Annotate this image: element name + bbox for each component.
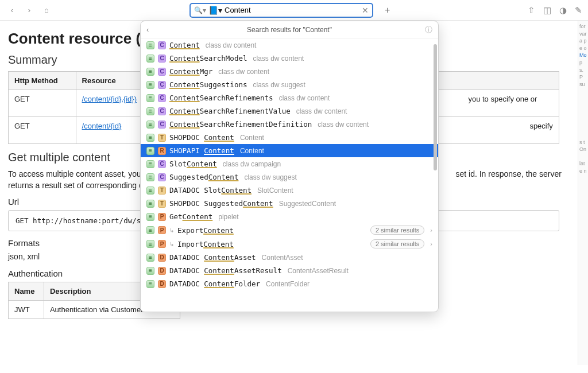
result-name: SHOPDOC SuggestedContent bbox=[169, 199, 273, 208]
new-tab-button[interactable]: + bbox=[385, 5, 390, 15]
result-name: GetContent bbox=[169, 212, 212, 221]
result-row[interactable]: ≡CContentSearchModelclass dw content bbox=[141, 52, 438, 65]
popup-info-icon[interactable]: ⓘ bbox=[425, 25, 432, 35]
search-wrap: 🔍▾ 📘▾ ✕ bbox=[189, 3, 373, 18]
resource-link[interactable]: /content/{id} bbox=[82, 122, 122, 130]
result-row[interactable]: ≡RSHOPAPI ContentContent bbox=[141, 144, 438, 157]
auth-th-name: Name bbox=[9, 282, 44, 300]
book-icon: ≡ bbox=[146, 267, 154, 275]
similar-badge[interactable]: 2 similar results bbox=[370, 239, 424, 248]
result-row[interactable]: ≡CContentSearchRefinementDefinitionclass… bbox=[141, 118, 438, 131]
result-hint: class dw content bbox=[206, 41, 432, 49]
t-icon: T bbox=[158, 187, 166, 195]
book-icon: ≡ bbox=[146, 173, 154, 181]
book-icon: ≡ bbox=[146, 94, 154, 102]
result-name: DATADOC ContentFolder bbox=[169, 279, 260, 288]
result-row[interactable]: ≡DDATADOC ContentAssetContentAsset bbox=[141, 251, 438, 264]
result-hint: ContentFolder bbox=[266, 280, 432, 288]
back-button[interactable]: ‹ bbox=[6, 4, 18, 17]
result-row[interactable]: ≡CContentSearchRefinementValueclass dw c… bbox=[141, 104, 438, 118]
d-icon: D bbox=[158, 280, 166, 288]
result-hint: SuggestedContent bbox=[279, 200, 432, 208]
result-name: ContentSearchRefinementValue bbox=[169, 107, 291, 115]
result-row[interactable]: ≡CContentSuggestionsclass dw suggest bbox=[141, 78, 438, 91]
c-icon: C bbox=[158, 94, 166, 102]
contrast-icon[interactable]: ◑ bbox=[559, 5, 567, 15]
result-row[interactable]: ≡TSHOPDOC SuggestedContentSuggestedConte… bbox=[141, 197, 438, 210]
sidebar-toggle-icon[interactable]: ◫ bbox=[543, 5, 551, 15]
result-hint: class dw content bbox=[218, 68, 432, 76]
book-icon: ≡ bbox=[146, 68, 154, 76]
result-row[interactable]: ≡CContentSearchRefinementsclass dw conte… bbox=[141, 91, 438, 104]
compose-icon[interactable]: ✎ bbox=[575, 5, 582, 15]
book-icon: ≡ bbox=[146, 213, 154, 221]
chevron-right-icon: › bbox=[430, 240, 432, 247]
result-name: DATADOC ContentAssetResult bbox=[169, 266, 282, 275]
result-hint: ContentAssetResult bbox=[288, 267, 432, 275]
result-name: SlotContent bbox=[169, 160, 217, 168]
result-row[interactable]: ≡P↳ImportContent2 similar results› bbox=[141, 237, 438, 251]
result-row[interactable]: ≡DDATADOC ContentAssetResultContentAsset… bbox=[141, 264, 438, 277]
results-list[interactable]: ≡CContentclass dw content≡CContentSearch… bbox=[141, 38, 438, 312]
result-row[interactable]: ≡TSHOPDOC ContentContent bbox=[141, 131, 438, 144]
book-icon: ≡ bbox=[146, 41, 154, 49]
result-name: ContentMgr bbox=[169, 67, 212, 76]
result-name: SHOPDOC Content bbox=[169, 133, 234, 142]
p-icon: P bbox=[158, 226, 166, 234]
p-icon: P bbox=[158, 213, 166, 221]
book-icon: ≡ bbox=[146, 187, 154, 195]
result-hint: SlotContent bbox=[257, 187, 432, 195]
t-icon: T bbox=[158, 200, 166, 208]
result-row[interactable]: ≡CContentclass dw content bbox=[141, 38, 438, 52]
result-hint: class dw campaign bbox=[223, 160, 432, 168]
right-tools: ⇧ ◫ ◑ ✎ bbox=[528, 5, 582, 15]
c-icon: C bbox=[158, 81, 166, 89]
search-input[interactable] bbox=[225, 6, 359, 14]
book-icon: ≡ bbox=[146, 160, 154, 168]
c-icon: C bbox=[158, 107, 166, 115]
result-name: ContentSearchModel bbox=[169, 54, 247, 63]
popup-back-icon[interactable]: ‹ bbox=[146, 25, 149, 34]
result-hint: class dw content bbox=[253, 55, 432, 63]
th-method: Http Method bbox=[9, 72, 76, 90]
result-row[interactable]: ≡PGetContentpipelet bbox=[141, 210, 438, 223]
home-button[interactable]: ⌂ bbox=[40, 4, 53, 17]
result-hint: class dw suggest bbox=[253, 81, 432, 89]
resource-link[interactable]: /content/{id},{id}) bbox=[82, 95, 137, 103]
search-box[interactable]: 🔍▾ 📘▾ ✕ bbox=[189, 3, 373, 18]
result-row[interactable]: ≡TDATADOC SlotContentSlotContent bbox=[141, 184, 438, 197]
result-name: SHOPAPI Content bbox=[169, 146, 234, 155]
book-scope-icon: 📘▾ bbox=[208, 6, 222, 15]
d-icon: D bbox=[158, 254, 166, 262]
result-hint: class dw suggest bbox=[244, 173, 432, 181]
book-icon: ≡ bbox=[146, 55, 154, 63]
result-name: ImportContent bbox=[177, 240, 234, 248]
book-icon: ≡ bbox=[146, 280, 154, 288]
t-icon: T bbox=[158, 134, 166, 142]
scrollbar-thumb[interactable] bbox=[434, 44, 437, 170]
result-name: ExportContent bbox=[177, 226, 234, 235]
result-row[interactable]: ≡DDATADOC ContentFolderContentFolder bbox=[141, 277, 438, 290]
result-hint: class dw content bbox=[318, 121, 432, 129]
forward-button[interactable]: › bbox=[23, 4, 36, 17]
clear-icon[interactable]: ✕ bbox=[362, 6, 369, 15]
result-hint: Content bbox=[240, 134, 432, 142]
toolbar: ‹ › ⌂ 🔍▾ 📘▾ ✕ + ⇧ ◫ ◑ ✎ bbox=[0, 0, 588, 21]
p-icon: P bbox=[158, 240, 166, 248]
result-row[interactable]: ≡CContentMgrclass dw content bbox=[141, 65, 438, 78]
share-icon[interactable]: ⇧ bbox=[528, 5, 535, 15]
c-icon: C bbox=[158, 173, 166, 181]
result-row[interactable]: ≡P↳ExportContent2 similar results› bbox=[141, 223, 438, 237]
similar-badge[interactable]: 2 similar results bbox=[370, 226, 424, 235]
result-row[interactable]: ≡CSlotContentclass dw campaign bbox=[141, 157, 438, 170]
result-hint: class dw content bbox=[279, 94, 432, 102]
side-panel: forvara pe oMops. Psus tOnlate n bbox=[578, 21, 588, 365]
result-name: SuggestedContent bbox=[169, 173, 238, 181]
result-name: DATADOC ContentAsset bbox=[169, 253, 256, 262]
d-icon: D bbox=[158, 267, 166, 275]
result-name: DATADOC SlotContent bbox=[169, 186, 252, 195]
book-icon: ≡ bbox=[146, 240, 154, 248]
result-row[interactable]: ≡CSuggestedContentclass dw suggest bbox=[141, 170, 438, 184]
c-icon: C bbox=[158, 68, 166, 76]
result-hint: Content bbox=[240, 147, 432, 155]
